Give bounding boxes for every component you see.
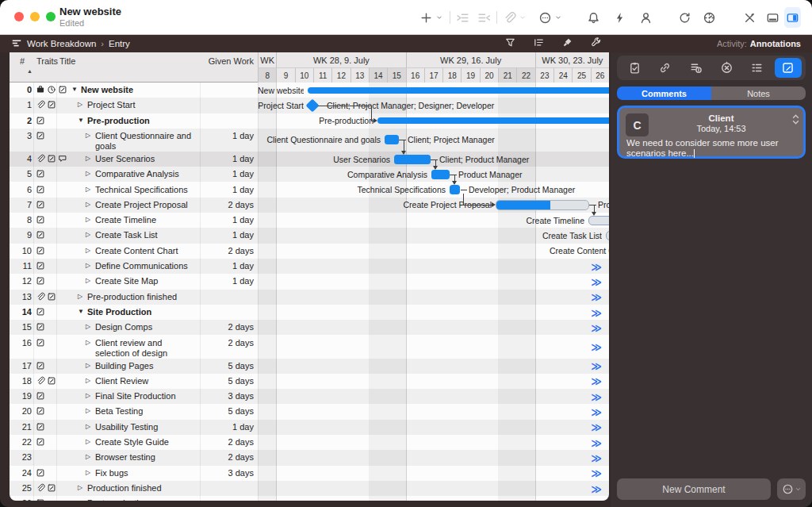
offscreen-bar-indicator[interactable]: ≫ xyxy=(586,483,607,495)
task-title[interactable]: Final Site Production xyxy=(95,391,198,401)
task-title[interactable]: Post-production xyxy=(87,498,198,501)
task-title[interactable]: Create Style Guide xyxy=(95,437,198,447)
comment-text[interactable]: We need to consider some more user scena… xyxy=(626,138,797,158)
offscreen-bar-indicator[interactable]: ≫ xyxy=(586,276,607,288)
chevron-down-icon[interactable] xyxy=(519,7,527,28)
disclosure-triangle[interactable]: ▷ xyxy=(86,186,90,193)
person-icon[interactable] xyxy=(639,7,653,28)
offscreen-bar-indicator[interactable]: ≫ xyxy=(586,467,607,479)
minimize-button[interactable] xyxy=(30,12,40,21)
gantt-progress-bar[interactable] xyxy=(496,200,589,210)
gantt-task-bar[interactable] xyxy=(385,135,399,144)
comment-options-button[interactable] xyxy=(777,478,806,500)
disclosure-triangle[interactable]: ▷ xyxy=(86,247,90,254)
disclosure-triangle[interactable]: ▷ xyxy=(78,101,82,108)
task-title[interactable]: Create Content Chart xyxy=(95,246,198,256)
offscreen-bar-indicator[interactable]: ≫ xyxy=(586,341,607,353)
format-brush-icon[interactable] xyxy=(561,36,573,52)
column-header-traits[interactable]: Traits xyxy=(36,56,58,66)
offscreen-bar-indicator[interactable]: ≫ xyxy=(586,360,607,372)
offscreen-bar-indicator[interactable]: ≫ xyxy=(586,375,607,387)
disclosure-triangle[interactable]: ▷ xyxy=(86,323,90,330)
activity-gauge-icon[interactable] xyxy=(703,7,716,28)
disclosure-triangle[interactable]: ▷ xyxy=(86,132,90,139)
gantt-group-bar[interactable] xyxy=(308,87,609,94)
inspector-tab-progress-icon[interactable] xyxy=(713,58,740,78)
column-header-title[interactable]: Title xyxy=(59,56,75,66)
task-title[interactable]: Create Project Proposal xyxy=(95,200,198,210)
inspector-tab-fields-icon[interactable] xyxy=(744,58,771,78)
disclosure-triangle[interactable]: ▷ xyxy=(86,155,90,162)
comment-card[interactable]: C Client Today, 14:53 We need to conside… xyxy=(617,106,806,159)
indent-icon[interactable] xyxy=(456,7,469,28)
task-title[interactable]: Pre-production finished xyxy=(87,292,198,302)
breadcrumb-mode[interactable]: Entry xyxy=(109,39,130,48)
breadcrumb-view[interactable]: Work Breakdown xyxy=(27,39,96,48)
disclosure-triangle[interactable]: ▷ xyxy=(86,277,90,284)
gantt-planned-bar[interactable] xyxy=(606,231,609,240)
view-options-icon[interactable] xyxy=(533,36,545,52)
offscreen-bar-indicator[interactable]: ≫ xyxy=(586,291,607,303)
task-title[interactable]: Client Questionnaire and goals xyxy=(95,131,198,152)
task-title[interactable]: Site Production xyxy=(87,307,198,317)
comment-collapse-stepper[interactable] xyxy=(792,114,799,125)
task-title[interactable]: Client Review xyxy=(95,376,198,386)
task-title[interactable]: Browser testing xyxy=(95,452,198,463)
disclosure-triangle[interactable]: ▷ xyxy=(86,469,90,476)
task-title[interactable]: Building Pages xyxy=(95,361,198,371)
disclosure-triangle[interactable]: ▷ xyxy=(86,438,90,445)
task-title[interactable]: Beta Testing xyxy=(95,406,198,417)
disclosure-triangle[interactable]: ▷ xyxy=(86,231,90,238)
task-title[interactable]: Project Start xyxy=(87,100,198,110)
tab-comments[interactable]: Comments xyxy=(617,86,711,100)
disclosure-triangle[interactable]: ▼ xyxy=(78,308,84,315)
task-title[interactable]: New website xyxy=(81,85,198,95)
task-title[interactable]: Define Communications xyxy=(95,261,198,271)
disclosure-triangle[interactable]: ▷ xyxy=(86,407,90,414)
disclosure-triangle[interactable]: ▷ xyxy=(86,377,90,384)
inspector-tab-cost-icon[interactable] xyxy=(683,58,710,78)
task-title[interactable]: Create Task List xyxy=(95,230,198,240)
bolt-icon[interactable] xyxy=(613,7,626,28)
sync-icon[interactable] xyxy=(678,7,691,28)
disclosure-triangle[interactable]: ▼ xyxy=(71,86,78,93)
task-title[interactable]: Usability Testing xyxy=(95,422,198,432)
chevron-down-icon[interactable] xyxy=(554,7,562,28)
add-icon[interactable] xyxy=(419,7,433,28)
task-title[interactable]: Comparative Analysis xyxy=(95,169,198,179)
disclosure-triangle[interactable]: ▷ xyxy=(78,499,82,501)
task-title[interactable]: User Scenarios xyxy=(95,154,198,164)
offscreen-bar-indicator[interactable]: ≫ xyxy=(586,391,607,403)
inspector-tab-link-icon[interactable] xyxy=(652,58,679,78)
task-title[interactable]: Client review and selection of design xyxy=(95,338,198,359)
close-button[interactable] xyxy=(14,12,24,21)
disclosure-triangle[interactable]: ▷ xyxy=(86,339,90,346)
disclosure-triangle[interactable]: ▷ xyxy=(86,201,90,208)
tools-icon[interactable] xyxy=(743,7,756,28)
task-title[interactable]: Create Timeline xyxy=(95,215,198,225)
task-title[interactable]: Design Comps xyxy=(95,322,198,332)
new-comment-button[interactable]: New Comment xyxy=(617,478,771,500)
bell-icon[interactable] xyxy=(587,7,600,28)
panel-bottom-icon[interactable] xyxy=(766,7,779,28)
disclosure-triangle[interactable]: ▷ xyxy=(86,362,90,369)
panel-right-icon[interactable] xyxy=(784,7,801,28)
disclosure-triangle[interactable]: ▷ xyxy=(86,262,90,269)
outdent-icon[interactable] xyxy=(477,7,491,28)
disclosure-triangle[interactable]: ▷ xyxy=(78,293,82,300)
settings-wrench-icon[interactable] xyxy=(590,36,602,52)
offscreen-bar-indicator[interactable]: ≫ xyxy=(586,261,607,273)
disclosure-triangle[interactable]: ▷ xyxy=(86,423,90,430)
gantt-group-bar[interactable] xyxy=(377,117,609,124)
more-circle-icon[interactable] xyxy=(538,7,552,28)
offscreen-bar-indicator[interactable]: ≫ xyxy=(586,322,607,334)
column-header-work[interactable]: Given Work xyxy=(200,56,254,66)
offscreen-bar-indicator[interactable]: ≫ xyxy=(586,452,607,464)
breadcrumb[interactable]: Work Breakdown › Entry xyxy=(11,35,130,52)
disclosure-triangle[interactable]: ▷ xyxy=(78,484,82,491)
attachment-icon[interactable] xyxy=(503,7,516,28)
task-title[interactable]: Fix bugs xyxy=(95,468,198,478)
inspector-tab-edit-icon[interactable] xyxy=(775,58,802,78)
gantt-task-bar[interactable] xyxy=(394,155,431,164)
offscreen-bar-indicator[interactable]: ≫ xyxy=(586,406,607,418)
